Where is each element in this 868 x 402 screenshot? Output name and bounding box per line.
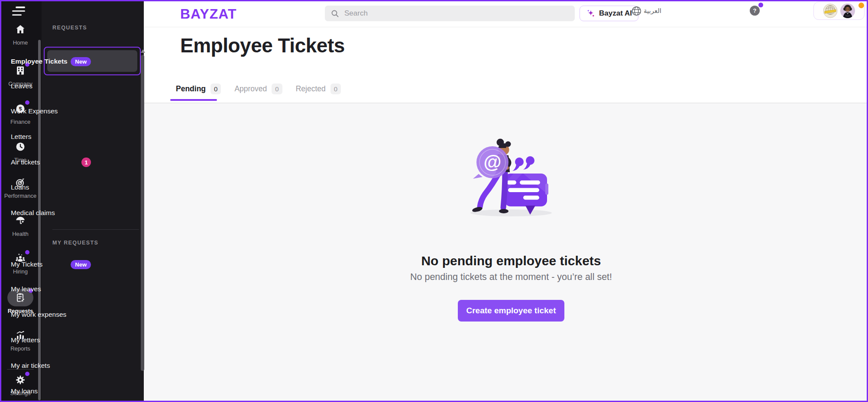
tab-rejected[interactable]: Rejected 0 [290, 80, 347, 98]
panel-item-label: Air tickets [11, 158, 40, 166]
panel-item-label: My Tickets [11, 260, 42, 268]
account-avatars[interactable] [813, 2, 865, 20]
tab-label: Pending [176, 84, 206, 93]
user-avatar[interactable] [840, 3, 855, 18]
search-input[interactable] [343, 9, 553, 18]
bayzat-ai-button[interactable]: Bayzat AI [580, 6, 638, 21]
bayzat-app: Home Company $ [0, 0, 868, 402]
panel-item-label: My letters [11, 336, 40, 344]
empty-state-title: No pending employee tickets [154, 254, 868, 268]
panel-item-my-air-tickets[interactable]: My air tickets [0, 353, 102, 378]
tab-label: Rejected [296, 84, 326, 93]
panel-item-label: Work Expenses [11, 107, 58, 115]
panel-section-header: MY REQUESTS [52, 240, 98, 246]
panel-item-label: My work expenses [11, 311, 66, 318]
help-notification-dot [758, 3, 763, 7]
panel-divider [52, 229, 139, 230]
company-avatar[interactable] [823, 3, 838, 18]
avatar-notification-dot [858, 3, 864, 8]
bayzat-logo[interactable]: BAYZAT [180, 6, 236, 22]
create-employee-ticket-button[interactable]: Create employee ticket [458, 300, 564, 322]
home-icon [13, 23, 28, 36]
empty-state-subtitle: No pending tickets at the moment - you’r… [154, 272, 868, 283]
new-badge: New [71, 260, 91, 269]
panel-item-loans[interactable]: Loans [0, 175, 102, 200]
menu-hamburger-icon[interactable] [10, 6, 29, 18]
help-button[interactable]: ? [750, 6, 760, 16]
count-badge: 1 [81, 158, 91, 167]
sparkle-icon [586, 9, 596, 18]
panel-scrollbar-thumb[interactable] [141, 55, 144, 371]
tab-count-badge: 0 [272, 84, 282, 94]
panel-item-my-leaves[interactable]: My leaves [0, 277, 102, 302]
globe-icon[interactable] [631, 5, 642, 17]
panel-item-label: Leaves [11, 82, 32, 90]
panel-item-work-expenses[interactable]: Work Expenses [0, 99, 102, 124]
tab-pending[interactable]: Pending 0 [170, 80, 227, 98]
panel-item-leaves[interactable]: Leaves [0, 74, 102, 99]
active-tab-underline [170, 99, 217, 101]
tab-approved[interactable]: Approved 0 [229, 80, 288, 98]
panel-item-label: Letters [11, 133, 31, 141]
window-border-left [0, 0, 1, 402]
tab-count-badge: 0 [330, 84, 341, 94]
panel-item-employee-tickets[interactable]: Employee Tickets New [0, 49, 102, 74]
sidebar-label: Health [12, 231, 29, 237]
tab-count-badge: 0 [211, 84, 221, 94]
panel-item-label: Employee Tickets [11, 58, 68, 65]
page-title: Employee Tickets [180, 34, 345, 57]
language-switcher[interactable]: العربية [644, 0, 661, 22]
window-border-top [0, 0, 868, 1]
tabs-divider [144, 103, 868, 103]
panel-scroll-up-arrow[interactable] [141, 49, 145, 53]
panel-section-header: REQUESTS [52, 25, 87, 31]
panel-item-label: My loans [11, 387, 38, 395]
panel-item-medical-claims[interactable]: Medical claims [0, 200, 102, 225]
search-bar[interactable] [325, 6, 575, 21]
panel-item-label: Medical claims [11, 209, 55, 217]
panel-item-label: My leaves [11, 285, 41, 293]
sidebar-label: Home [13, 40, 28, 46]
panel-item-label: My air tickets [11, 362, 50, 370]
panel-item-my-letters[interactable]: My letters [0, 328, 102, 353]
panel-item-letters[interactable]: Letters [0, 124, 102, 149]
panel-item-air-tickets[interactable]: Air tickets 1 [0, 150, 102, 175]
search-icon [331, 10, 339, 18]
tabs: Pending 0 Approved 0 Rejected 0 [170, 80, 347, 98]
tab-label: Approved [234, 84, 267, 93]
panel-item-my-loans[interactable]: My loans [0, 379, 102, 402]
ai-button-label: Bayzat AI [599, 9, 632, 18]
at-symbol: @ [484, 152, 502, 172]
panel-item-my-work-expenses[interactable]: My work expenses [0, 302, 102, 327]
new-badge: New [71, 57, 91, 66]
empty-state-illustration: @ [458, 137, 564, 218]
sidebar-item-home[interactable]: Home [0, 23, 41, 46]
panel-item-my-tickets[interactable]: My Tickets New [0, 252, 102, 277]
panel-item-label: Loans [11, 183, 29, 191]
